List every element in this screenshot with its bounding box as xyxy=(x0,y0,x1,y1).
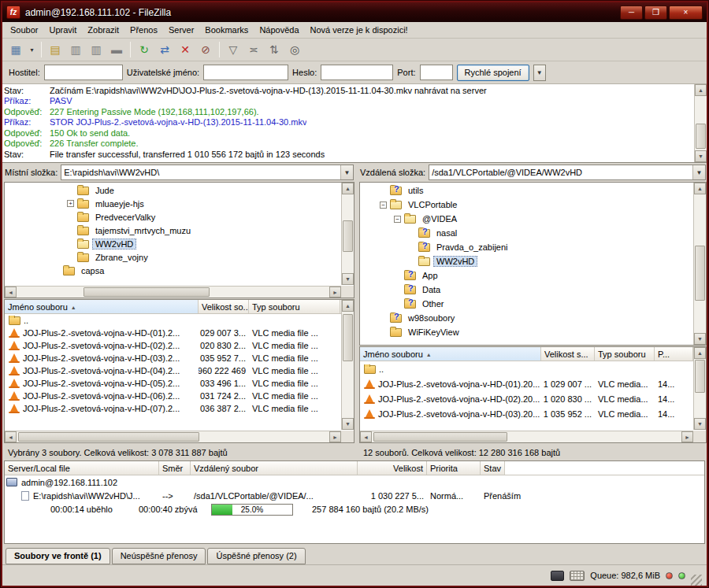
remote-file-row[interactable]: JOJ-Plus-2.-svetová-vojna-v-HD-(01).20..… xyxy=(360,376,693,391)
queue-column-header[interactable]: Směr xyxy=(159,461,191,475)
queue-column-header[interactable]: Server/Local file xyxy=(5,461,159,475)
local-column-header[interactable]: Typ souboru xyxy=(249,300,340,314)
queue-column-header[interactable]: Vzdálený soubor xyxy=(191,461,358,475)
remote-tree-item[interactable]: App xyxy=(361,268,693,283)
menu-server[interactable]: Server xyxy=(163,23,199,37)
filezilla-logo-icon[interactable]: fz xyxy=(6,6,20,19)
scroll-down-icon[interactable]: ▼ xyxy=(342,418,354,430)
toggle-local-tree-button[interactable]: ▥ xyxy=(66,41,85,59)
message-log-scrollbar[interactable]: ▲ ▼ xyxy=(694,84,707,162)
local-tree-item[interactable]: tajemstvi_mrtvych_muzu xyxy=(6,224,341,237)
remote-file-row[interactable]: .. xyxy=(360,361,693,376)
tab-queued[interactable]: Soubory ve frontě (1) xyxy=(6,548,110,564)
local-tree-item[interactable]: PredvecerValky xyxy=(6,210,341,224)
scrollbar-thumb[interactable] xyxy=(695,246,705,301)
local-path-combobox[interactable]: E:\rapidsh\avi\WW2vHD\ ▼ xyxy=(61,165,354,180)
scroll-up-icon[interactable]: ▲ xyxy=(342,183,354,194)
tab-successful[interactable]: Úspěšné přenosy (2) xyxy=(207,548,305,564)
scroll-up-icon[interactable]: ▲ xyxy=(695,84,707,96)
remote-file-row[interactable]: JOJ-Plus-2.-svetová-vojna-v-HD-(02).20..… xyxy=(360,391,693,406)
scroll-up-icon[interactable]: ▲ xyxy=(342,300,354,312)
remote-tree-item[interactable]: Other xyxy=(361,297,693,311)
quickconnect-button[interactable]: Rychlé spojení xyxy=(457,65,529,81)
synchronized-browsing-button[interactable]: ⇅ xyxy=(265,41,284,59)
expand-plus-icon[interactable]: + xyxy=(67,200,74,207)
site-manager-dropdown-button[interactable]: ▾ xyxy=(27,41,37,59)
close-button[interactable]: × xyxy=(669,6,703,20)
find-files-button[interactable]: ◎ xyxy=(285,41,304,59)
scroll-right-icon[interactable]: ► xyxy=(329,431,341,442)
remote-path-combobox[interactable]: /sda1/VLCPortable/@VIDEA/WW2vHD ▼ xyxy=(429,165,706,180)
local-list-horizontal-scrollbar[interactable]: ◄ ► xyxy=(5,431,341,442)
toggle-remote-tree-button[interactable]: ▥ xyxy=(87,41,106,59)
remote-list-horizontal-scrollbar[interactable]: ◄ ► xyxy=(360,431,693,442)
remote-column-header[interactable]: Typ souboru xyxy=(595,347,655,361)
disconnect-button[interactable]: ⊘ xyxy=(196,41,215,59)
host-input[interactable] xyxy=(44,65,123,80)
scroll-down-icon[interactable]: ▼ xyxy=(694,418,706,430)
chevron-down-icon[interactable]: ▼ xyxy=(340,165,353,179)
toggle-queue-button[interactable]: ▬ xyxy=(107,41,126,59)
scroll-down-icon[interactable]: ▼ xyxy=(342,273,354,285)
scroll-right-icon[interactable]: ► xyxy=(681,431,693,442)
local-file-row[interactable]: JOJ-Plus-2.-svetová-vojna-v-HD-(02).2...… xyxy=(5,339,341,352)
menu-zobrazit[interactable]: Zobrazit xyxy=(82,23,124,37)
remote-list-vertical-scrollbar[interactable]: ▲ ▼ xyxy=(693,347,706,430)
menu-prenos[interactable]: Přenos xyxy=(124,23,163,37)
transfer-type-indicator-icon[interactable] xyxy=(570,571,585,581)
process-queue-button[interactable]: ⇄ xyxy=(155,41,174,59)
remote-column-header[interactable]: Velikost s... xyxy=(541,347,595,361)
local-tree-item[interactable]: +mluaeyje-hjs xyxy=(6,197,341,210)
scrollbar-thumb[interactable] xyxy=(696,124,706,149)
remote-tree-item[interactable]: nasal xyxy=(361,226,693,240)
scroll-down-icon[interactable]: ▼ xyxy=(695,150,707,162)
port-input[interactable] xyxy=(420,65,453,80)
toggle-message-log-button[interactable]: ▤ xyxy=(46,41,65,59)
scrollbar-thumb[interactable] xyxy=(695,360,705,393)
local-file-row[interactable]: .. xyxy=(5,314,341,327)
remote-tree-item[interactable]: −VLCPortable xyxy=(361,198,693,212)
scrollbar-thumb[interactable] xyxy=(84,287,210,297)
local-file-row[interactable]: JOJ-Plus-2.-svetová-vojna-v-HD-(01).2...… xyxy=(5,327,341,339)
password-input[interactable] xyxy=(321,65,393,80)
remote-tree-item[interactable]: Pravda_o_zabijeni xyxy=(361,240,693,254)
queue-server-row[interactable]: admin@192.168.111.102 xyxy=(5,475,704,489)
menu-nova-verze[interactable]: Nová verze je k dispozici! xyxy=(305,23,414,37)
quickconnect-dropdown-button[interactable]: ▼ xyxy=(533,65,546,81)
resize-grip-icon[interactable] xyxy=(691,575,702,586)
local-tree-vertical-scrollbar[interactable]: ▲ ▼ xyxy=(341,183,354,285)
filter-button[interactable]: ▽ xyxy=(224,41,243,59)
collapse-minus-icon[interactable]: − xyxy=(380,202,387,209)
local-file-row[interactable]: JOJ-Plus-2.-svetová-vojna-v-HD-(04).2...… xyxy=(5,364,341,377)
remote-tree-item[interactable]: Data xyxy=(361,283,693,297)
remote-tree-item[interactable]: WW2vHD xyxy=(361,254,693,268)
collapse-minus-icon[interactable]: − xyxy=(394,216,401,223)
scrollbar-thumb[interactable] xyxy=(373,432,507,442)
remote-tree-item[interactable]: WiFiKeyView xyxy=(361,325,693,339)
remote-file-row[interactable]: JOJ-Plus-2.-svetová-vojna-v-HD-(03).20..… xyxy=(360,406,693,421)
directory-comparison-button[interactable]: ≍ xyxy=(244,41,263,59)
local-tree-item[interactable]: WW2vHD xyxy=(6,237,341,250)
local-list-vertical-scrollbar[interactable]: ▲ ▼ xyxy=(341,300,354,430)
remote-column-header[interactable]: Jméno souboru▲ xyxy=(360,347,541,361)
cancel-button[interactable]: ✕ xyxy=(176,41,195,59)
scroll-up-icon[interactable]: ▲ xyxy=(694,347,706,359)
local-file-row[interactable]: JOJ-Plus-2.-svetová-vojna-v-HD-(03).2...… xyxy=(5,352,341,364)
remote-tree-item[interactable]: −@VIDEA xyxy=(361,212,693,226)
remote-tree-item[interactable]: w98soubory xyxy=(361,311,693,325)
scroll-down-icon[interactable]: ▼ xyxy=(694,333,706,345)
local-column-header[interactable]: Jméno souboru▲ xyxy=(5,300,199,314)
scroll-left-icon[interactable]: ◄ xyxy=(5,431,17,442)
maximize-button[interactable]: ❐ xyxy=(644,6,667,20)
scroll-right-icon[interactable]: ► xyxy=(329,287,341,298)
chevron-down-icon[interactable]: ▼ xyxy=(692,165,705,179)
remote-tree-item[interactable]: utils xyxy=(361,183,693,198)
encryption-status-icon[interactable] xyxy=(551,571,564,581)
scroll-up-icon[interactable]: ▲ xyxy=(694,183,706,194)
local-tree-item[interactable]: Zbrane_vojny xyxy=(6,250,341,264)
menu-bookmarks[interactable]: Bookmarks xyxy=(199,23,254,37)
queue-column-header[interactable]: Priorita xyxy=(427,461,481,475)
scrollbar-thumb[interactable] xyxy=(343,314,353,361)
remote-tree-vertical-scrollbar[interactable]: ▲ ▼ xyxy=(693,183,706,345)
refresh-button[interactable]: ↻ xyxy=(135,41,154,59)
